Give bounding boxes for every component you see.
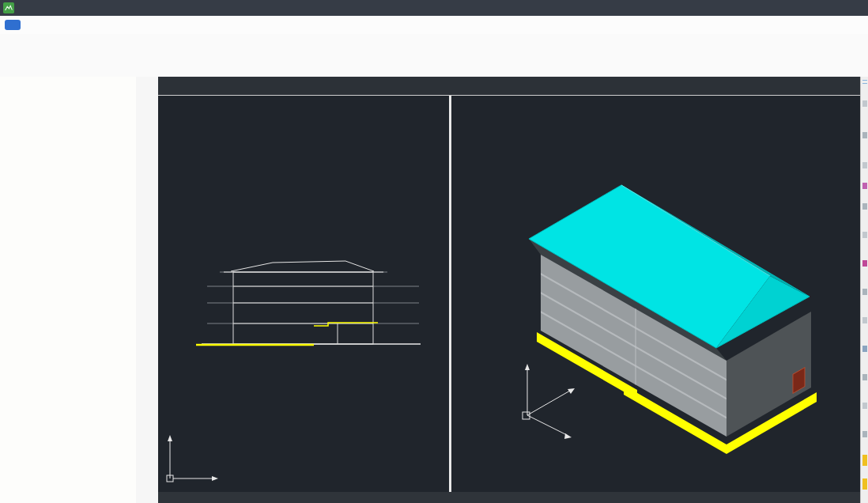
standard-toolbar — [0, 34, 868, 57]
main-area — [0, 77, 868, 503]
right-toolbar-fragment — [862, 431, 867, 437]
drawing-canvas[interactable] — [158, 95, 860, 493]
dwg-document-icon[interactable] — [5, 20, 21, 30]
right-toolbar-fragment — [862, 232, 867, 238]
right-toolbar-fragment — [862, 403, 867, 409]
right-toolbar-fragment — [862, 289, 867, 295]
right-toolbar-fragment — [862, 478, 867, 490]
ucs-icon-2d — [167, 435, 218, 482]
elevation-roof — [224, 261, 383, 272]
right-docked-toolbar[interactable] — [860, 77, 868, 503]
right-toolbar-fragment — [862, 455, 867, 466]
menu-bar — [0, 16, 868, 35]
right-toolbar-fragment — [862, 374, 867, 380]
right-toolbar-fragment — [862, 100, 867, 107]
app-icon — [3, 2, 14, 13]
draw-toolbar — [136, 77, 159, 503]
model-layout-bar — [158, 492, 860, 503]
architecture-tool-panel — [0, 77, 137, 503]
zwcad-architecture-window — [0, 0, 868, 503]
elevation-yellow-lines — [196, 323, 378, 345]
right-toolbar-fragment — [862, 132, 867, 138]
document-area — [158, 77, 860, 503]
right-toolbar-fragment — [862, 260, 867, 267]
right-toolbar-fragment — [862, 317, 867, 323]
floor-extension-lines — [207, 272, 419, 323]
elevation-outline — [233, 272, 373, 344]
right-toolbar-grip — [862, 80, 867, 84]
layer-properties-toolbar — [0, 56, 868, 78]
right-toolbar-fragment — [862, 203, 867, 210]
viewport-2d-elevation[interactable] — [158, 96, 449, 492]
right-toolbar-fragment — [862, 346, 867, 352]
right-toolbar-fragment — [862, 183, 867, 189]
ucs-icon-3d — [523, 364, 575, 439]
viewport-3d-model[interactable] — [451, 96, 861, 492]
titlebar — [0, 0, 868, 16]
right-toolbar-fragment — [862, 162, 867, 168]
document-tab-bar — [158, 77, 860, 95]
